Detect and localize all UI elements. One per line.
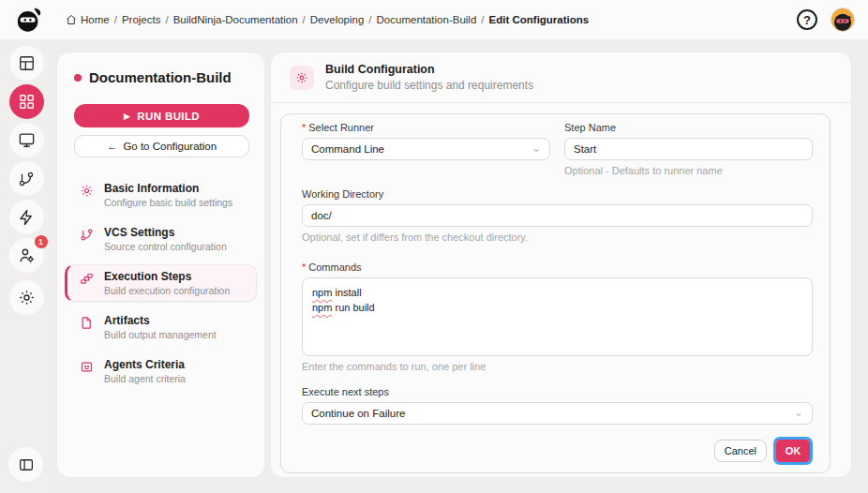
nav-label: VCS Settings	[104, 226, 227, 239]
breadcrumb: Home / Projects / BuildNinja-Documentati…	[66, 14, 589, 25]
agents-monitor-icon[interactable]	[9, 123, 44, 157]
avatar[interactable]	[831, 7, 855, 32]
projects-grid-icon[interactable]	[9, 84, 44, 119]
cancel-button[interactable]: Cancel	[714, 440, 767, 462]
build-title-row: Documentation-Build	[57, 66, 264, 85]
build-sidebar: Documentation-Build ▶ RUN BUILD ← Go to …	[56, 52, 265, 478]
nav-label: Artifacts	[104, 314, 217, 327]
topbar: Home / Projects / BuildNinja-Documentati…	[0, 0, 868, 39]
runner-select[interactable]: Command Line ⌄	[302, 138, 550, 160]
dashboard-icon[interactable]	[9, 46, 44, 81]
breadcrumb-separator: /	[165, 14, 168, 25]
goto-configuration-label: Go to Configuration	[123, 141, 217, 152]
breadcrumb-home-label: Home	[81, 14, 110, 25]
branch-icon	[80, 228, 94, 242]
breadcrumb-home[interactable]: Home	[66, 14, 110, 25]
help-icon[interactable]: ?	[797, 9, 817, 30]
panel-title: Build Configuration	[325, 63, 533, 76]
users-settings-icon[interactable]: 1	[9, 238, 44, 273]
breadcrumb-separator: /	[368, 14, 371, 25]
required-marker: *	[302, 122, 306, 133]
working-directory-value: doc/	[311, 210, 332, 221]
breadcrumb-separator: /	[303, 14, 306, 25]
vcs-branch-icon[interactable]	[9, 161, 44, 196]
execute-next-steps-value: Continue on Failure	[311, 408, 405, 419]
working-directory-input[interactable]: doc/	[302, 204, 813, 227]
breadcrumb-separator: /	[114, 14, 117, 25]
nav-desc: Configure basic build settings	[104, 197, 232, 208]
step-name-helper: Optional - Defaults to runner name	[564, 165, 813, 176]
steps-icon	[80, 272, 94, 286]
avatar-ninja-icon	[832, 12, 853, 31]
required-marker: *	[302, 261, 306, 273]
working-directory-helper: Optional, set if differs from the checko…	[302, 232, 813, 243]
chevron-down-icon: ⌄	[531, 142, 541, 154]
home-icon	[66, 14, 77, 25]
breadcrumb-current: Edit Configurations	[489, 14, 590, 25]
build-title: Documentation-Build	[89, 69, 232, 85]
breadcrumb-separator: /	[481, 14, 484, 25]
nav-label: Execution Steps	[104, 270, 230, 283]
breadcrumb-project[interactable]: BuildNinja-Documentation	[173, 14, 298, 25]
status-dot	[74, 74, 82, 82]
commands-label: *Commands	[302, 261, 813, 273]
collapse-panel-icon[interactable]	[8, 447, 43, 482]
step-edit-form: *Select Runner Command Line ⌄ Step Name …	[280, 113, 831, 473]
panel-header: Build Configuration Configure build sett…	[271, 52, 851, 103]
nav-desc: Build output management	[104, 329, 217, 340]
icon-rail: 1	[0, 39, 52, 493]
execute-next-steps-select[interactable]: Continue on Failure ⌄	[302, 402, 813, 425]
nav-item-basic-information[interactable]: Basic Information Configure basic build …	[65, 176, 257, 214]
nav-desc: Source control configuration	[104, 241, 227, 252]
nav-desc: Build agent criteria	[104, 373, 186, 384]
settings-gear-icon[interactable]	[9, 280, 44, 315]
build-configuration-panel: Build Configuration Configure build sett…	[270, 52, 852, 478]
build-config-icon	[290, 66, 314, 90]
run-build-button[interactable]: ▶ RUN BUILD	[74, 104, 249, 127]
run-build-label: RUN BUILD	[137, 111, 200, 122]
runner-select-value: Command Line	[311, 143, 384, 155]
nav-item-execution-steps[interactable]: Execution Steps Build execution configur…	[65, 264, 257, 302]
nav-label: Agents Criteria	[104, 358, 186, 371]
help-glyph: ?	[803, 13, 811, 27]
nav-item-vcs-settings[interactable]: VCS Settings Source control configuratio…	[65, 220, 257, 258]
zap-icon[interactable]	[9, 200, 44, 234]
ninja-logo-icon	[15, 6, 43, 34]
form-footer: Cancel OK	[302, 437, 813, 465]
execute-next-steps-label: Execute next steps	[302, 386, 813, 397]
goto-configuration-button[interactable]: ← Go to Configuration	[74, 135, 249, 157]
breadcrumb-projects[interactable]: Projects	[122, 14, 161, 25]
ok-button[interactable]: OK	[776, 440, 810, 462]
nav-item-agents-criteria[interactable]: Agents Criteria Build agent criteria	[65, 352, 257, 390]
ok-focus-ring: OK	[773, 437, 813, 465]
agent-icon	[80, 360, 94, 374]
step-name-value: Start	[574, 143, 596, 155]
commands-textarea[interactable]: npm installnpm run build	[302, 277, 813, 356]
working-directory-label: Working Directory	[302, 188, 813, 200]
commands-helper: Enter the commands to run, one per line	[302, 361, 813, 372]
notification-badge: 1	[35, 235, 48, 248]
buildninja-logo[interactable]	[13, 4, 45, 36]
nav-item-artifacts[interactable]: Artifacts Build output management	[65, 308, 257, 346]
nav-desc: Build execution configuration	[104, 285, 230, 296]
config-nav: Basic Information Configure basic build …	[57, 176, 264, 390]
topbar-actions: ?	[797, 7, 855, 32]
chevron-down-icon: ⌄	[794, 407, 803, 418]
breadcrumb-subproject[interactable]: Developing	[310, 14, 365, 25]
step-name-label: Step Name	[564, 122, 813, 133]
file-icon	[80, 316, 94, 330]
play-icon: ▶	[124, 112, 130, 121]
nav-label: Basic Information	[104, 182, 232, 195]
select-runner-label: *Select Runner	[302, 122, 550, 133]
gear-icon	[80, 184, 94, 198]
back-arrow-icon: ←	[107, 141, 118, 152]
breadcrumb-build[interactable]: Documentation-Build	[377, 14, 477, 25]
step-name-input[interactable]: Start	[564, 138, 813, 160]
panel-subtitle: Configure build settings and requirement…	[325, 79, 533, 92]
